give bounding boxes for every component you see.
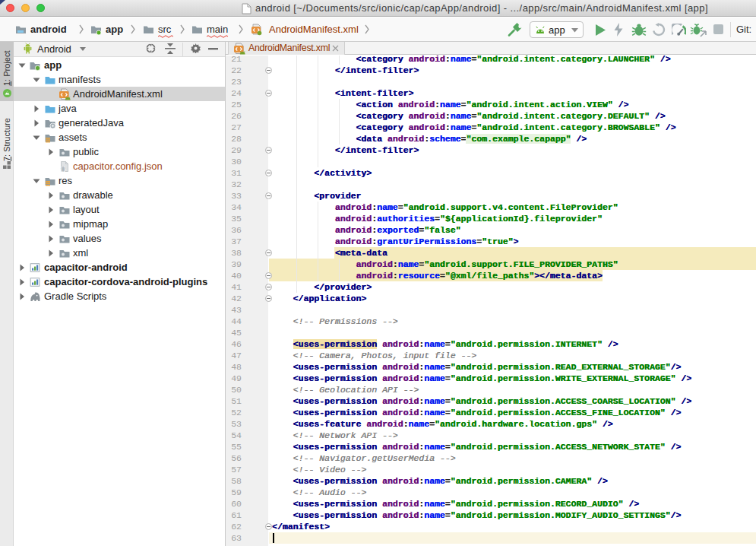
svg-text:{}: {} [60,166,66,172]
